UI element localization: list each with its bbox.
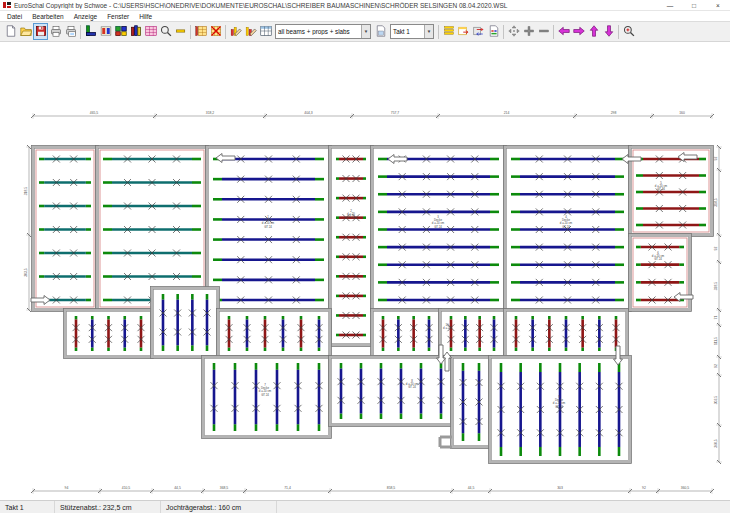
svg-text:GT 24: GT 24 xyxy=(562,225,570,229)
lshape-icon xyxy=(85,23,97,41)
menu-hilfe[interactable]: Hilfe xyxy=(134,13,157,20)
open-icon xyxy=(20,23,32,41)
drawing-area[interactable]: 1Decked = 20 cmGT 242d = 20GT 243Decked … xyxy=(0,42,730,500)
zoom-in-button[interactable] xyxy=(521,23,536,40)
svg-text:GT 24: GT 24 xyxy=(261,393,269,397)
pan-button[interactable] xyxy=(506,23,521,40)
pan-up-button[interactable] xyxy=(586,23,601,40)
svg-text:465,5: 465,5 xyxy=(90,111,99,115)
takt-select-value: Takt 1 xyxy=(391,28,424,35)
chevron-down-icon[interactable]: ▼ xyxy=(424,25,433,38)
svg-text:44,5: 44,5 xyxy=(174,486,181,490)
title-bar: EuroSchal Copyright by Schwoe - C:\USERS… xyxy=(0,0,730,11)
svg-text:214: 214 xyxy=(504,111,510,115)
chevron-down-icon[interactable]: ▼ xyxy=(361,25,370,38)
winarrow2-icon xyxy=(473,23,485,41)
svg-text:368,5: 368,5 xyxy=(220,486,229,490)
print-preview-button[interactable] xyxy=(63,23,78,40)
svg-text:410,5: 410,5 xyxy=(122,486,131,490)
svg-text:92: 92 xyxy=(714,157,718,161)
save-button[interactable] xyxy=(33,23,48,40)
window-title: EuroSchal Copyright by Schwoe - C:\USERS… xyxy=(14,2,658,9)
zoom-out-button[interactable] xyxy=(536,23,551,40)
svg-text:GT 24: GT 24 xyxy=(347,215,355,219)
zoom-window-button[interactable] xyxy=(158,23,173,40)
svg-text:328,5: 328,5 xyxy=(714,282,718,291)
close-button[interactable]: × xyxy=(706,0,730,10)
svg-text:GT 24: GT 24 xyxy=(555,405,563,409)
move-window-button[interactable] xyxy=(456,23,471,40)
bars3d-icon xyxy=(130,23,142,41)
winarrow-icon xyxy=(458,23,470,41)
svg-text:360,5: 360,5 xyxy=(681,486,690,490)
gridadd-icon xyxy=(195,23,207,41)
tableblue-icon xyxy=(260,23,272,41)
svg-text:71: 71 xyxy=(714,316,718,320)
svg-text:111,5: 111,5 xyxy=(714,337,718,345)
edit-props-button[interactable] xyxy=(243,23,258,40)
new-file-button[interactable] xyxy=(3,23,18,40)
menu-bearbeiten[interactable]: Bearbeiten xyxy=(27,13,68,20)
print-button[interactable] xyxy=(48,23,63,40)
print-icon xyxy=(50,23,62,41)
toolbar-separator xyxy=(553,25,554,39)
menu-datei[interactable]: Datei xyxy=(2,13,27,20)
svg-text:757,7: 757,7 xyxy=(391,111,400,115)
arrowup-icon xyxy=(588,23,600,41)
svg-text:858,5: 858,5 xyxy=(387,486,396,490)
display-filter-select-value: all beams + props + slabs xyxy=(276,28,361,35)
gridpink-icon xyxy=(145,23,157,41)
svg-text:GT 24: GT 24 xyxy=(434,225,442,229)
formwork-plan-button[interactable] xyxy=(98,23,113,40)
svg-text:94: 94 xyxy=(65,486,69,490)
swap-window-button[interactable] xyxy=(471,23,486,40)
edit-beams-button[interactable] xyxy=(228,23,243,40)
svg-text:318,5: 318,5 xyxy=(24,187,28,196)
list-delete-button[interactable] xyxy=(208,23,223,40)
plusgray-icon xyxy=(523,23,535,41)
slab-mode-button[interactable] xyxy=(113,23,128,40)
pan-right-button[interactable] xyxy=(571,23,586,40)
svg-text:92: 92 xyxy=(714,247,718,251)
list-add-button[interactable] xyxy=(193,23,208,40)
wall-mode-button[interactable] xyxy=(83,23,98,40)
panel-table-button[interactable] xyxy=(143,23,158,40)
svg-text:303,5: 303,5 xyxy=(714,396,718,405)
arrowleft-icon xyxy=(558,23,570,41)
table-view-button[interactable] xyxy=(258,23,273,40)
svg-text:92: 92 xyxy=(642,486,646,490)
layer-lines-button[interactable] xyxy=(441,23,456,40)
pan-left-button[interactable] xyxy=(556,23,571,40)
takt-select[interactable]: Takt 1▼ xyxy=(390,24,434,39)
zoom-plus-button[interactable] xyxy=(621,23,636,40)
toolbar-separator xyxy=(225,25,226,39)
barspencil2-icon xyxy=(245,23,257,41)
svg-text:GT 24: GT 24 xyxy=(657,187,665,191)
page-preview-button[interactable] xyxy=(373,23,388,40)
svg-text:318,2: 318,2 xyxy=(206,111,215,115)
maximize-button[interactable]: □ xyxy=(682,0,706,10)
arrowright-icon xyxy=(573,23,585,41)
menu-fenster[interactable]: Fenster xyxy=(102,13,134,20)
report-page-button[interactable] xyxy=(486,23,501,40)
pan-down-button[interactable] xyxy=(601,23,616,40)
menu-anzeige[interactable]: Anzeige xyxy=(69,13,103,20)
barspencil-icon xyxy=(230,23,242,41)
svg-text:318,5: 318,5 xyxy=(714,198,718,207)
display-filter-select[interactable]: all beams + props + slabs▼ xyxy=(275,24,371,39)
svg-text:404,3: 404,3 xyxy=(304,111,313,115)
cycle-mode-button[interactable] xyxy=(128,23,143,40)
status-jochtraegerabstand: Jochträgerabst.: 160 cm xyxy=(161,501,277,513)
pagecolor-icon xyxy=(488,23,500,41)
formwork-plan-drawing[interactable]: 1Decked = 20 cmGT 242d = 20GT 243Decked … xyxy=(0,42,730,500)
status-stuetzenabstand: Stützenabst.: 232,5 cm xyxy=(55,501,161,513)
minimize-button[interactable]: — xyxy=(658,0,682,10)
svg-text:360,5: 360,5 xyxy=(714,439,718,448)
toolbar-separator xyxy=(190,25,191,39)
minusgray-icon xyxy=(538,23,550,41)
toolbar-separator xyxy=(618,25,619,39)
measure-button[interactable] xyxy=(173,23,188,40)
save-icon xyxy=(35,23,47,41)
open-file-button[interactable] xyxy=(18,23,33,40)
svg-text:71,4: 71,4 xyxy=(284,486,291,490)
